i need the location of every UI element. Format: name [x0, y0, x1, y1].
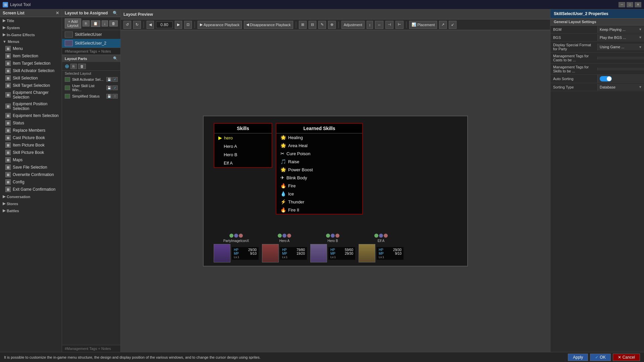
appearance-playback-button[interactable]: ▶ Appearance Playback — [198, 21, 242, 29]
screen-category-battles[interactable]: ▶ Battles — [0, 207, 62, 214]
screen-item-skill-book[interactable]: ▦ Skill Picture Book — [0, 149, 62, 156]
screen-item-equip-position[interactable]: ▦ Equipment Position Selection — [0, 101, 62, 112]
minimize-button[interactable]: ─ — [619, 2, 625, 7]
part-check-icon-2[interactable]: ✓ — [112, 85, 118, 90]
zoom-in-button[interactable]: ▶ — [175, 21, 182, 29]
export-button[interactable]: ↗ — [439, 21, 447, 29]
grid-button[interactable]: ⊞ — [299, 21, 307, 29]
screen-list-close[interactable]: ✕ — [56, 11, 59, 15]
maximize-button[interactable]: □ — [627, 2, 633, 7]
screen-item-skill-target[interactable]: ▦ Skill Target Selection — [0, 82, 62, 89]
disappearance-playback-button[interactable]: ◀ Disappearance Playback — [244, 21, 293, 29]
part-item-1[interactable]: Skill Activator Sel... 💾 ✓ — [62, 76, 120, 83]
part-save-icon-3[interactable]: 💾 — [106, 94, 112, 99]
screen-item-skill-selection[interactable]: ▦ Skill Selection — [0, 74, 62, 82]
preview-canvas[interactable]: Skills ▶ hero Hero A Hero B Elf A — [121, 30, 550, 352]
learned-power-boost[interactable]: 🌟Power Boost — [276, 166, 362, 174]
placement-button[interactable]: 📊 Placement — [409, 21, 437, 29]
skill-item-hero-a[interactable]: Hero A — [214, 142, 272, 150]
cancel-button[interactable]: ✕ Cancel — [613, 354, 640, 361]
screen-item-equip-changer[interactable]: ▦ Equipment Changer Selection — [0, 89, 62, 101]
flip-v-button[interactable]: ↔ — [375, 21, 383, 29]
learned-fire[interactable]: 🔥Fire — [276, 182, 362, 190]
learned-blink-body[interactable]: ✈Blink Body — [276, 174, 362, 182]
prop-mgmt-casts-value[interactable] — [597, 57, 644, 59]
add-layout-button[interactable]: + Add Layout — [65, 18, 81, 28]
adjustment-button[interactable]: Adjustment — [341, 21, 365, 29]
learned-raise[interactable]: 🎵Raise — [276, 158, 362, 166]
paste-layout-button[interactable]: 📋 — [91, 20, 100, 27]
config-icon: ▦ — [5, 179, 11, 185]
part-save-icon-1[interactable]: 💾 — [106, 77, 112, 82]
screen-item-equip-item[interactable]: ▦ Equipment Item Selection — [0, 112, 62, 119]
close-button[interactable]: ✕ — [635, 2, 641, 7]
screen-list-header: Screen List ✕ — [0, 9, 62, 17]
screen-category-title[interactable]: ▶ Title — [0, 17, 62, 24]
screen-item-overwrite[interactable]: ▦ Overwrite Confirmation — [0, 171, 62, 178]
learned-ice[interactable]: 💧Ice — [276, 190, 362, 198]
layout-search-icon[interactable]: 🔍 — [113, 11, 118, 15]
layout-item-2[interactable]: SkillSelectUser_2 — [62, 39, 120, 48]
prop-bgm-value[interactable]: Keep Playing ... ▼ — [597, 26, 644, 33]
part-item-2[interactable]: User Skill List Win... 💾 ✓ — [62, 83, 120, 93]
prop-display-value[interactable]: Using Game ... ▼ — [597, 44, 644, 50]
learned-healing[interactable]: 🌟Healing — [276, 133, 362, 141]
part-item-3[interactable]: Simplified Status 💾 □ — [62, 93, 120, 100]
parts-copy-button[interactable]: ⎘ — [70, 64, 77, 69]
parts-add-icon[interactable]: ⊕ — [65, 63, 69, 69]
screen-category-conversation[interactable]: ▶ Conversation — [0, 193, 62, 200]
window-controls[interactable]: ─ □ ✕ — [619, 2, 641, 7]
screen-item-exit[interactable]: ▦ Exit Game Confirmation — [0, 186, 62, 193]
parts-search-icon[interactable]: 🔍 — [113, 56, 118, 61]
auto-sorting-toggle[interactable] — [600, 76, 612, 81]
skill-item-hero-b[interactable]: Hero B — [214, 150, 272, 159]
skill-item-elf-a[interactable]: Elf A — [214, 159, 272, 167]
redo-button[interactable]: ↻ — [133, 21, 141, 29]
import2-button[interactable]: ↙ — [449, 21, 457, 29]
screen-category-system[interactable]: ▶ System — [0, 24, 62, 31]
screen-item-skill-activator[interactable]: ▦ Skill Activator Selection — [0, 67, 62, 74]
aspect-button[interactable]: ⊡ — [184, 21, 192, 29]
align-left-button[interactable]: ⊣ — [385, 21, 393, 29]
apply-button[interactable]: Apply — [568, 354, 588, 361]
grid2-button[interactable]: ⊟ — [309, 21, 316, 29]
screen-item-maps[interactable]: ▦ Maps — [0, 156, 62, 164]
snap-button[interactable]: ⊕ — [328, 21, 336, 29]
parts-delete-button[interactable]: 🗑 — [78, 64, 86, 69]
screen-category-stores[interactable]: ▶ Stores — [0, 200, 62, 207]
copy-layout-button[interactable]: ⎘ — [83, 20, 90, 26]
screen-category-menus[interactable]: ▼ Menus — [0, 38, 62, 45]
learned-area-heal[interactable]: 🌟Area Heal — [276, 141, 362, 149]
part-save-icon-2[interactable]: 💾 — [106, 85, 112, 90]
cursor-button[interactable]: ✎ — [318, 21, 326, 29]
screen-category-ingame[interactable]: ▶ In-Game Effects — [0, 31, 62, 38]
align-right-button[interactable]: ⊢ — [395, 21, 404, 29]
ok-button[interactable]: ✓ OK — [590, 354, 610, 361]
learned-cure-poison[interactable]: ✂Cure Poison — [276, 149, 362, 158]
import-layout-button[interactable]: ↓ — [102, 20, 108, 26]
screen-item-status[interactable]: ▦ Status — [0, 119, 62, 127]
skill-item-hero[interactable]: ▶ hero — [214, 133, 272, 142]
undo-button[interactable]: ↺ — [123, 21, 131, 29]
screen-item-menu[interactable]: ▦ Menu — [0, 45, 62, 52]
screen-item-item-book[interactable]: ▦ Item Picture Book — [0, 141, 62, 149]
part-check-icon-3[interactable]: □ — [112, 94, 118, 99]
prop-bgs-value[interactable]: Play the BGS ... ▼ — [597, 34, 644, 41]
flip-h-button[interactable]: ↕ — [367, 21, 373, 29]
screen-item-config[interactable]: ▦ Config — [0, 178, 62, 186]
zoom-out-button[interactable]: ◀ — [147, 21, 154, 29]
prop-sorting-type-value[interactable]: Database ▼ — [597, 84, 644, 90]
learned-fire-2[interactable]: 🔥Fire II — [276, 206, 362, 214]
prop-mgmt-skills-value[interactable] — [597, 68, 644, 70]
screen-item-cast-book[interactable]: ▦ Cast Picture Book — [0, 134, 62, 141]
part-check-icon-1[interactable]: ✓ — [112, 77, 118, 82]
screen-item-replace[interactable]: ▦ Replace Members — [0, 127, 62, 134]
screen-item-item-selection[interactable]: ▦ Item Selection — [0, 52, 62, 60]
screen-item-item-target[interactable]: ▦ Item Target Selection — [0, 60, 62, 67]
delete-layout-button[interactable]: 🗑 — [109, 20, 118, 26]
screen-item-save[interactable]: ▦ Save File Selection — [0, 164, 62, 171]
hero-a-name: Hero A — [279, 239, 290, 243]
learned-thunder[interactable]: ⚡Thunder — [276, 198, 362, 206]
fire-2-icon: 🔥 — [280, 207, 286, 213]
layout-item-1[interactable]: SkillSelectUser — [62, 30, 120, 39]
